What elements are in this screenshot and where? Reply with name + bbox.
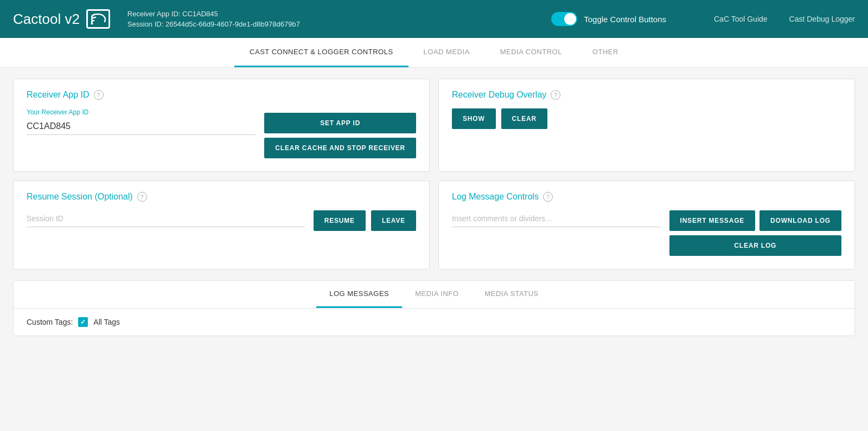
log-message-input-section — [452, 210, 661, 227]
main-content: Receiver App ID ? Your Receiver App ID S… — [0, 68, 868, 347]
log-message-help-icon[interactable]: ? — [543, 192, 553, 202]
log-message-top-actions: INSERT MESSAGE DOWNLOAD LOG — [669, 210, 841, 231]
toggle-label: Toggle Control Buttons — [584, 15, 666, 24]
log-message-input[interactable] — [452, 210, 661, 227]
resume-session-actions: RESUME LEAVE — [314, 210, 416, 231]
log-tab-bar: LOG MESSAGES MEDIA INFO MEDIA STATUS — [14, 281, 854, 308]
receiver-app-id-body: Your Receiver App ID SET APP ID CLEAR CA… — [27, 108, 416, 158]
receiver-debug-actions: SHOW CLEAR — [452, 108, 841, 129]
receiver-app-id-input-label: Your Receiver App ID — [27, 108, 256, 116]
log-section: LOG MESSAGES MEDIA INFO MEDIA STATUS Cus… — [13, 280, 855, 336]
show-debug-button[interactable]: SHOW — [452, 108, 496, 129]
session-id-input-section — [27, 210, 305, 227]
resume-button[interactable]: RESUME — [314, 210, 366, 231]
all-tags-checkbox[interactable] — [78, 317, 88, 327]
receiver-app-id-input[interactable] — [27, 118, 256, 135]
tab-media-info[interactable]: MEDIA INFO — [402, 281, 471, 308]
tab-other[interactable]: OTHER — [577, 38, 634, 67]
app-header: Cactool v2 Receiver App ID: CC1AD845 Ses… — [0, 0, 868, 38]
custom-tags-row: Custom Tags: All Tags — [27, 317, 841, 327]
insert-message-button[interactable]: INSERT MESSAGE — [669, 210, 756, 231]
receiver-app-id-card: Receiver App ID ? Your Receiver App ID S… — [13, 79, 430, 172]
log-message-actions: INSERT MESSAGE DOWNLOAD LOG CLEAR LOG — [669, 210, 841, 256]
receiver-app-id-input-section: Your Receiver App ID — [27, 108, 256, 135]
svg-point-0 — [91, 23, 93, 25]
cast-debug-logger-link[interactable]: Cast Debug Logger — [789, 15, 855, 23]
receiver-app-id-help-icon[interactable]: ? — [94, 90, 104, 100]
tab-cast-connect-logger-controls[interactable]: CAST CONNECT & LOGGER CONTROLS — [234, 38, 408, 67]
tab-log-messages[interactable]: LOG MESSAGES — [316, 281, 402, 308]
cards-grid: Receiver App ID ? Your Receiver App ID S… — [13, 79, 855, 269]
logo-text: Cactool v2 — [13, 11, 80, 28]
receiver-debug-help-icon[interactable]: ? — [551, 90, 560, 100]
toggle-control-buttons[interactable]: Toggle Control Buttons — [551, 12, 666, 26]
main-tab-bar: CAST CONNECT & LOGGER CONTROLS LOAD MEDI… — [0, 38, 868, 68]
receiver-debug-overlay-card: Receiver Debug Overlay ? SHOW CLEAR — [438, 79, 855, 172]
header-info: Receiver App ID: CC1AD845 Session ID: 26… — [127, 9, 300, 30]
leave-button[interactable]: LEAVE — [371, 210, 416, 231]
session-id-input[interactable] — [27, 210, 305, 227]
resume-session-title: Resume Session (Optional) ? — [27, 192, 416, 202]
all-tags-label: All Tags — [93, 318, 120, 326]
download-log-button[interactable]: DOWNLOAD LOG — [760, 210, 841, 231]
receiver-debug-overlay-title: Receiver Debug Overlay ? — [452, 90, 841, 100]
log-message-controls-title: Log Message Controls ? — [452, 192, 841, 202]
resume-session-body: RESUME LEAVE — [27, 210, 416, 231]
tab-load-media[interactable]: LOAD MEDIA — [409, 38, 485, 67]
log-message-body: INSERT MESSAGE DOWNLOAD LOG CLEAR LOG — [452, 210, 841, 256]
cac-tool-guide-link[interactable]: CaC Tool Guide — [714, 15, 768, 23]
resume-session-card: Resume Session (Optional) ? RESUME LEAVE — [13, 181, 430, 269]
resume-session-help-icon[interactable]: ? — [137, 192, 147, 202]
receiver-app-id-title: Receiver App ID ? — [27, 90, 416, 100]
custom-tags-label: Custom Tags: — [27, 318, 73, 326]
receiver-app-id-line: Receiver App ID: CC1AD845 — [127, 9, 300, 20]
clear-log-button[interactable]: CLEAR LOG — [669, 235, 841, 256]
log-message-controls-card: Log Message Controls ? INSERT MESSAGE DO… — [438, 181, 855, 269]
cast-icon — [86, 9, 110, 29]
receiver-app-id-actions: SET APP ID CLEAR CACHE AND STOP RECEIVER — [264, 113, 416, 158]
tab-media-control[interactable]: MEDIA CONTROL — [485, 38, 577, 67]
logo: Cactool v2 — [13, 9, 110, 29]
clear-cache-button[interactable]: CLEAR CACHE AND STOP RECEIVER — [264, 138, 416, 158]
session-id-line: Session ID: 26544d5c-66d9-4607-9de1-d8b9… — [127, 19, 300, 30]
log-content-area: Custom Tags: All Tags — [14, 308, 854, 336]
set-app-id-button[interactable]: SET APP ID — [264, 113, 416, 133]
tab-media-status[interactable]: MEDIA STATUS — [471, 281, 551, 308]
toggle-switch[interactable] — [551, 12, 577, 26]
clear-debug-button[interactable]: CLEAR — [501, 108, 547, 129]
